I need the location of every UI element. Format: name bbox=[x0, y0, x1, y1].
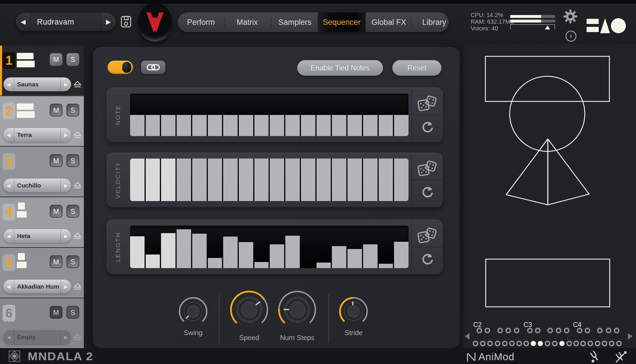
step-bar[interactable] bbox=[332, 246, 346, 268]
toggle-knob[interactable] bbox=[122, 62, 131, 73]
sample-selector[interactable]: ◀Saunas▶ bbox=[3, 77, 71, 91]
step-bar[interactable] bbox=[270, 244, 284, 268]
preset-navigator[interactable]: ◀ Rudravam ▶ bbox=[16, 13, 116, 31]
randomize-dice-icon[interactable] bbox=[417, 160, 438, 179]
chevron-left-icon[interactable]: ◀ bbox=[3, 330, 14, 344]
black-key-dot[interactable] bbox=[598, 328, 602, 333]
step-bar[interactable] bbox=[239, 159, 253, 201]
white-key-dot[interactable] bbox=[596, 341, 600, 346]
step-bar[interactable] bbox=[130, 236, 145, 268]
black-key-dot[interactable] bbox=[585, 328, 590, 333]
black-key-dot[interactable] bbox=[556, 328, 561, 333]
mute-button[interactable]: M bbox=[50, 205, 62, 218]
black-key-dot[interactable] bbox=[477, 328, 482, 333]
step-display[interactable] bbox=[130, 159, 408, 201]
step-bar[interactable] bbox=[301, 115, 315, 136]
white-key-dot-active[interactable] bbox=[559, 341, 565, 346]
info-icon[interactable]: i bbox=[565, 31, 576, 42]
solo-button[interactable]: S bbox=[66, 306, 79, 319]
output-slider[interactable] bbox=[510, 24, 555, 29]
step-bar[interactable] bbox=[317, 263, 331, 268]
preset-name[interactable]: Rudravam bbox=[30, 13, 101, 31]
step-display[interactable] bbox=[130, 94, 408, 136]
black-key-dot[interactable] bbox=[565, 328, 569, 333]
step-bar[interactable] bbox=[161, 233, 175, 268]
randomize-dice-icon[interactable] bbox=[417, 227, 438, 246]
step-bar[interactable] bbox=[208, 258, 222, 268]
tab-samplers[interactable]: Samplers bbox=[278, 12, 311, 32]
chevron-right-icon[interactable]: ▶ bbox=[60, 280, 71, 294]
settings-gear-icon[interactable] bbox=[563, 9, 578, 24]
step-bar[interactable] bbox=[394, 159, 408, 201]
sampler-slot-1[interactable]: 1MS◀Saunas▶ bbox=[0, 46, 84, 95]
white-key-dot[interactable] bbox=[581, 341, 585, 346]
white-key-dot[interactable] bbox=[610, 341, 614, 346]
sample-selector[interactable]: ◀Cuchillo▶ bbox=[3, 179, 71, 192]
black-key-dot[interactable] bbox=[515, 328, 519, 333]
step-bar[interactable] bbox=[317, 159, 331, 201]
step-bar[interactable] bbox=[177, 115, 191, 136]
step-bar[interactable] bbox=[270, 115, 284, 136]
sampler-slot-2[interactable]: 2MS◀Terra▶ bbox=[0, 96, 84, 146]
step-bar[interactable] bbox=[161, 159, 175, 201]
step-bar[interactable] bbox=[285, 236, 300, 268]
eject-icon[interactable] bbox=[73, 232, 82, 240]
keyboard-scroll-left-icon[interactable] bbox=[465, 333, 469, 339]
row-reset-icon[interactable] bbox=[420, 120, 435, 134]
step-bar[interactable] bbox=[223, 159, 238, 201]
mute-button[interactable]: M bbox=[50, 154, 62, 167]
eject-icon[interactable] bbox=[73, 283, 82, 291]
chevron-right-icon[interactable]: ▶ bbox=[60, 179, 71, 192]
step-bar[interactable] bbox=[192, 234, 207, 268]
step-bar[interactable] bbox=[379, 264, 393, 268]
white-key-dot[interactable] bbox=[617, 341, 621, 346]
eject-icon[interactable] bbox=[73, 333, 82, 341]
mute-button[interactable]: M bbox=[50, 104, 62, 116]
step-bar[interactable] bbox=[363, 115, 378, 136]
step-bar[interactable] bbox=[177, 229, 191, 268]
step-bar[interactable] bbox=[161, 115, 175, 136]
step-bar[interactable] bbox=[332, 159, 346, 201]
knob-swing[interactable] bbox=[170, 288, 216, 335]
chevron-left-icon[interactable]: ◀ bbox=[3, 229, 14, 243]
white-key-dot[interactable] bbox=[503, 341, 507, 346]
black-key-dot[interactable] bbox=[498, 328, 502, 333]
tuning-fork-disabled-icon[interactable] bbox=[615, 350, 627, 363]
white-key-dot[interactable] bbox=[481, 341, 485, 346]
step-bar[interactable] bbox=[239, 115, 253, 136]
step-bar[interactable] bbox=[254, 159, 269, 201]
step-bar[interactable] bbox=[146, 115, 160, 136]
black-key-dot[interactable] bbox=[485, 328, 490, 333]
sampler-slot-6[interactable]: 6MS◀Empty▶ bbox=[0, 298, 84, 348]
white-key-dot[interactable] bbox=[474, 341, 478, 346]
white-key-dot[interactable] bbox=[546, 341, 550, 346]
solo-button[interactable]: S bbox=[66, 53, 79, 66]
enable-tied-notes-button[interactable]: Enable Tied Notes bbox=[297, 60, 383, 76]
step-bar[interactable] bbox=[223, 115, 238, 136]
step-bar[interactable] bbox=[270, 159, 284, 201]
step-bar[interactable] bbox=[254, 262, 269, 268]
step-bar[interactable] bbox=[223, 237, 238, 268]
white-key-dot[interactable] bbox=[567, 341, 572, 346]
black-key-dot[interactable] bbox=[607, 328, 611, 333]
sample-selector[interactable]: ◀Empty▶ bbox=[3, 330, 71, 344]
white-key-dot[interactable] bbox=[510, 341, 514, 346]
step-bar[interactable] bbox=[347, 249, 362, 268]
tab-perform[interactable]: Perform bbox=[187, 12, 215, 32]
step-bar[interactable] bbox=[208, 159, 222, 201]
step-bar[interactable] bbox=[146, 255, 160, 268]
step-bar[interactable] bbox=[208, 115, 222, 136]
step-bar[interactable] bbox=[363, 159, 378, 201]
step-bar[interactable] bbox=[347, 115, 362, 136]
step-bar[interactable] bbox=[177, 159, 191, 201]
reset-button[interactable]: Reset bbox=[392, 60, 441, 76]
mute-button[interactable]: M bbox=[50, 53, 62, 66]
tab-library[interactable]: Library bbox=[422, 12, 446, 32]
step-bar[interactable] bbox=[192, 115, 207, 136]
white-key-dot[interactable] bbox=[574, 341, 578, 346]
step-bar[interactable] bbox=[130, 115, 145, 136]
row-reset-icon[interactable] bbox=[420, 252, 435, 266]
slider-marker-icon[interactable] bbox=[545, 25, 550, 29]
white-key-dot[interactable] bbox=[602, 341, 607, 346]
eject-icon[interactable] bbox=[73, 181, 82, 190]
